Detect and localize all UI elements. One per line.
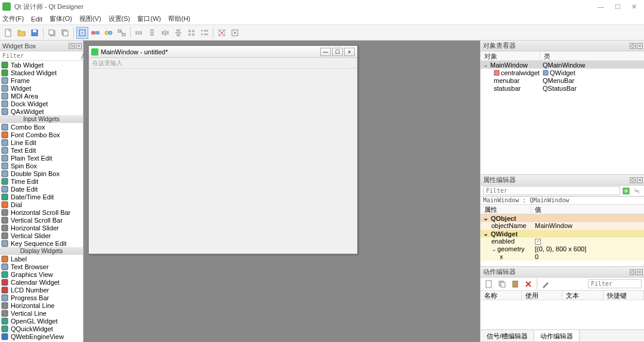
widget-item[interactable]: Time Edit <box>0 177 83 185</box>
new-action-button[interactable] <box>483 278 495 290</box>
panel-close-button[interactable]: × <box>637 269 643 275</box>
object-tree[interactable]: ⌄MainWindowQMainWindowcentralwidgetQWidg… <box>481 61 644 174</box>
widget-item[interactable]: Vertical Line <box>0 309 83 317</box>
form-titlebar[interactable]: MainWindow - untitled* — ☐ × <box>89 46 357 58</box>
widget-group-header[interactable]: Input Widgets <box>0 115 83 123</box>
configure-action-button[interactable] <box>540 278 552 290</box>
menu-file[interactable]: 文件(F) <box>2 14 24 23</box>
copy-action-button[interactable] <box>496 278 508 290</box>
widget-group-header[interactable]: Display Widgets <box>0 247 83 255</box>
panel-close-button[interactable]: × <box>637 43 643 49</box>
panel-float-button[interactable]: ◇ <box>630 177 636 183</box>
widget-filter-input[interactable] <box>0 53 81 59</box>
widget-item[interactable]: Line Edit <box>0 138 83 146</box>
edit-widgets-button[interactable] <box>76 27 88 39</box>
tab-signals-slots[interactable]: 信号/槽编辑器 <box>481 330 534 341</box>
widget-item[interactable]: LCD Number <box>0 286 83 294</box>
layout-horizontal-splitter-button[interactable] <box>159 27 171 39</box>
widget-item[interactable]: Dial <box>0 201 83 208</box>
property-menu-button[interactable] <box>632 186 642 196</box>
widget-item[interactable]: QAxWidget <box>0 107 83 115</box>
widget-item[interactable]: Text Browser <box>0 263 83 270</box>
panel-close-button[interactable]: × <box>637 177 643 183</box>
panel-close-button[interactable]: × <box>76 43 82 49</box>
panel-float-button[interactable]: ◇ <box>69 43 75 49</box>
send-back-button[interactable] <box>46 27 58 39</box>
object-row[interactable]: centralwidgetQWidget <box>481 69 644 76</box>
bring-front-button[interactable] <box>59 27 71 39</box>
widget-item[interactable]: Widget <box>0 84 83 92</box>
widget-item[interactable]: Key Sequence Edit <box>0 239 83 247</box>
widget-item[interactable]: Tab Widget <box>0 61 83 69</box>
menu-help[interactable]: 帮助(H) <box>168 14 190 23</box>
window-maximize-button[interactable]: ☐ <box>615 3 621 11</box>
adjust-size-button[interactable] <box>229 27 241 39</box>
panel-float-button[interactable]: ◇ <box>630 269 636 275</box>
layout-grid-button[interactable] <box>185 27 197 39</box>
widget-item[interactable]: Label <box>0 255 83 263</box>
object-row[interactable]: statusbarQStatusBar <box>481 84 644 92</box>
property-add-button[interactable] <box>621 186 631 196</box>
widget-item[interactable]: Spin Box <box>0 162 83 170</box>
menu-form[interactable]: 窗体(O) <box>49 14 72 23</box>
edit-tab-order-button[interactable] <box>116 27 128 39</box>
widget-item[interactable]: Graphics View <box>0 270 83 278</box>
widget-item[interactable]: Horizontal Scroll Bar <box>0 208 83 216</box>
form-menubar-hint[interactable]: 在这里输入 <box>89 58 357 69</box>
property-table[interactable]: ⌄QObjectobjectNameMainWindow⌄QWidgetenab… <box>481 214 644 266</box>
widget-item[interactable]: Date/Time Edit <box>0 193 83 201</box>
property-group[interactable]: ⌄QObject <box>481 214 644 222</box>
new-file-button[interactable] <box>2 27 14 39</box>
property-row[interactable]: ⌄geometry[(0, 0), 800 x 600] <box>481 245 644 253</box>
layout-form-button[interactable] <box>199 27 210 39</box>
widget-item[interactable]: Vertical Slider <box>0 232 83 239</box>
widget-item[interactable]: Text Edit <box>0 146 83 154</box>
action-filter-input[interactable] <box>588 279 642 288</box>
widget-item[interactable]: Font Combo Box <box>0 131 83 138</box>
property-filter-input[interactable] <box>483 186 620 195</box>
widget-item[interactable]: Combo Box <box>0 123 83 131</box>
delete-action-button[interactable] <box>522 278 534 290</box>
property-row[interactable]: x0 <box>481 253 644 261</box>
tab-action-editor[interactable]: 动作编辑器 <box>534 330 580 341</box>
layout-horizontal-button[interactable] <box>133 27 145 39</box>
property-row[interactable]: enabled✓ <box>481 238 644 245</box>
widget-item[interactable]: Date Edit <box>0 185 83 193</box>
form-window[interactable]: MainWindow - untitled* — ☐ × 在这里输入 <box>88 45 358 254</box>
widget-item[interactable]: Vertical Scroll Bar <box>0 216 83 224</box>
form-minimize-button[interactable]: — <box>320 48 331 56</box>
panel-float-button[interactable]: ◇ <box>630 43 636 49</box>
widget-item[interactable]: Progress Bar <box>0 294 83 301</box>
widget-item[interactable]: OpenGL Widget <box>0 317 83 325</box>
layout-vertical-splitter-button[interactable] <box>172 27 184 39</box>
form-close-button[interactable]: × <box>344 48 355 56</box>
paste-action-button[interactable] <box>509 278 521 290</box>
widget-item[interactable]: Plain Text Edit <box>0 154 83 162</box>
property-row[interactable]: objectNameMainWindow <box>481 222 644 230</box>
object-row[interactable]: menubarQMenuBar <box>481 76 644 84</box>
widget-item[interactable]: Calendar Widget <box>0 278 83 286</box>
edit-buddies-button[interactable] <box>103 27 114 39</box>
form-maximize-button[interactable]: ☐ <box>332 48 343 56</box>
save-button[interactable] <box>29 27 41 39</box>
property-group[interactable]: ⌄QWidget <box>481 230 644 238</box>
widget-item[interactable]: QQuickWidget <box>0 325 83 332</box>
widget-item[interactable]: Double Spin Box <box>0 170 83 177</box>
widget-item[interactable]: Frame <box>0 76 83 84</box>
object-row[interactable]: ⌄MainWindowQMainWindow <box>481 61 644 69</box>
edit-signals-button[interactable] <box>89 27 101 39</box>
menu-settings[interactable]: 设置(S) <box>109 14 131 23</box>
menu-edit[interactable]: Edit <box>31 16 42 23</box>
window-close-button[interactable]: ✕ <box>631 3 637 11</box>
break-layout-button[interactable] <box>216 27 228 39</box>
widget-list[interactable]: Tab WidgetStacked WidgetFrameWidgetMDI A… <box>0 61 83 342</box>
open-file-button[interactable] <box>16 27 27 39</box>
widget-item[interactable]: Horizontal Slider <box>0 224 83 232</box>
action-list[interactable] <box>481 300 644 329</box>
window-minimize-button[interactable]: — <box>597 3 604 11</box>
menu-view[interactable]: 视图(V) <box>79 14 101 23</box>
layout-vertical-button[interactable] <box>146 27 158 39</box>
widget-item[interactable]: Horizontal Line <box>0 301 83 309</box>
widget-item[interactable]: QWebEngineView <box>0 332 83 340</box>
widget-item[interactable]: Dock Widget <box>0 100 83 107</box>
